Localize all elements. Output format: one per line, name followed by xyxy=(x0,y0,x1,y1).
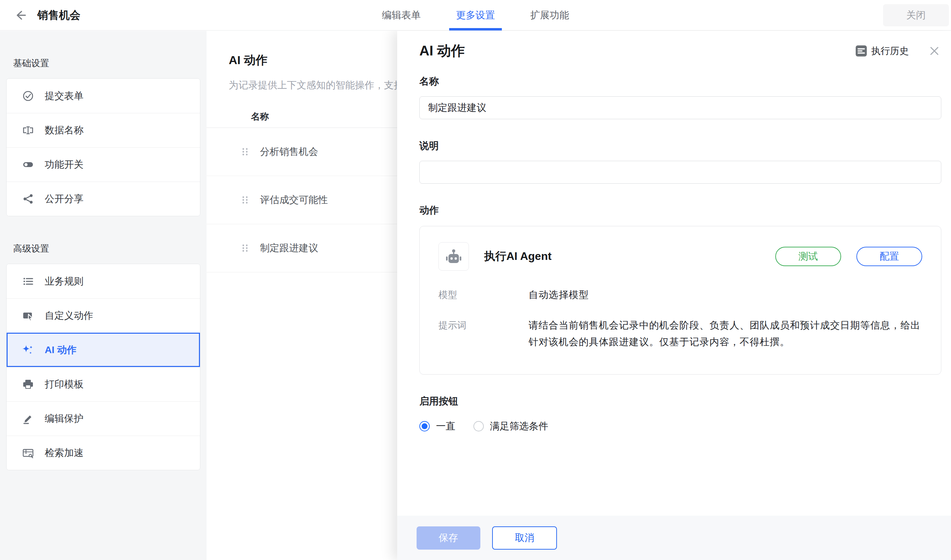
close-icon xyxy=(928,45,940,57)
sidebar-item-print-templates[interactable]: 打印模板 xyxy=(6,367,200,401)
back-button[interactable] xyxy=(13,8,28,23)
sidebar-item-ai-actions[interactable]: AI 动作 xyxy=(6,333,200,367)
drag-handle-icon[interactable] xyxy=(240,194,249,206)
test-button[interactable]: 测试 xyxy=(775,247,841,266)
sidebar-item-search-acceleration[interactable]: 检索加速 xyxy=(6,435,200,470)
list-icon xyxy=(22,275,34,288)
enable-options: 一直 满足筛选条件 xyxy=(419,420,941,433)
name-input[interactable] xyxy=(419,96,941,119)
toggle-icon xyxy=(22,158,34,171)
top-header: 销售机会 编辑表单 更多设置 扩展功能 关闭 xyxy=(0,0,951,31)
robot-icon-box xyxy=(439,242,469,271)
sidebar-item-feature-toggle[interactable]: 功能开关 xyxy=(6,147,200,182)
ai-action-edit-drawer: AI 动作 执行历史 名称 说明 动作 xyxy=(397,31,951,560)
action-row-name: 评估成交可能性 xyxy=(260,193,328,206)
save-button[interactable]: 保存 xyxy=(417,526,480,549)
sidebar-item-submit-form[interactable]: 提交表单 xyxy=(6,78,200,113)
drag-handle-icon[interactable] xyxy=(240,242,249,254)
radio-selected-icon[interactable] xyxy=(419,421,430,431)
action-card-title: 执行AI Agent xyxy=(484,249,775,264)
active-tab-underline xyxy=(449,28,502,31)
name-field-label: 名称 xyxy=(419,75,941,88)
drag-handle-icon[interactable] xyxy=(240,146,249,158)
tab-more-settings[interactable]: 更多设置 xyxy=(453,0,498,31)
action-section-label: 动作 xyxy=(419,204,941,217)
sidebar-item-edit-protection[interactable]: 编辑保护 xyxy=(6,401,200,435)
index-card-icon xyxy=(22,447,34,459)
radio-unselected-icon[interactable] xyxy=(473,421,484,431)
robot-icon xyxy=(444,246,464,266)
section-title-advanced: 高级设置 xyxy=(13,243,200,255)
drawer-title: AI 动作 xyxy=(419,41,856,60)
drawer-footer: 保存 取消 xyxy=(397,515,951,560)
cursor-click-icon xyxy=(22,309,34,322)
radio-option-always[interactable]: 一直 xyxy=(419,420,455,433)
sidebar-item-public-share[interactable]: 公开分享 xyxy=(6,182,200,216)
action-card: 执行AI Agent 测试 配置 模型 自动选择模型 提示词 请结合当前销售机会… xyxy=(419,226,941,375)
sidebar-item-custom-actions[interactable]: 自定义动作 xyxy=(6,298,200,333)
back-arrow-icon xyxy=(14,8,28,22)
printer-icon xyxy=(22,378,34,391)
history-log-icon xyxy=(856,45,867,57)
description-field-label: 说明 xyxy=(419,139,941,152)
app-window: 销售机会 编辑表单 更多设置 扩展功能 关闭 基础设置 提交表单 xyxy=(0,0,951,560)
sparkles-icon xyxy=(22,344,34,356)
model-value: 自动选择模型 xyxy=(529,286,589,303)
share-icon xyxy=(22,193,34,205)
config-button[interactable]: 配置 xyxy=(856,247,922,266)
model-label: 模型 xyxy=(439,286,529,303)
prompt-value: 请结合当前销售机会记录中的机会阶段、负责人、团队成员和预计成交日期等信息，给出针… xyxy=(529,317,922,350)
action-row-name: 制定跟进建议 xyxy=(260,242,318,255)
advanced-settings-card: 业务规则 自定义动作 AI 动作 打印模板 xyxy=(6,264,200,470)
tab-edit-form[interactable]: 编辑表单 xyxy=(379,0,423,31)
tab-extensions[interactable]: 扩展功能 xyxy=(528,0,572,31)
action-row-name: 分析销售机会 xyxy=(260,145,318,158)
sidebar-item-data-name[interactable]: 数据名称 xyxy=(6,113,200,147)
drawer-close-button[interactable] xyxy=(928,44,941,58)
pencil-icon xyxy=(22,412,34,425)
description-input[interactable] xyxy=(419,161,941,184)
radio-option-filter-condition[interactable]: 满足筛选条件 xyxy=(473,420,548,433)
history-label: 执行历史 xyxy=(871,45,909,57)
prompt-label: 提示词 xyxy=(439,317,529,350)
rename-icon xyxy=(22,124,34,137)
close-form-button[interactable]: 关闭 xyxy=(883,4,949,26)
check-circle-icon xyxy=(22,90,34,102)
section-title-basic: 基础设置 xyxy=(13,57,200,69)
basic-settings-card: 提交表单 数据名称 功能开关 公开分享 xyxy=(6,78,200,216)
enable-button-label: 启用按钮 xyxy=(419,395,941,408)
page-title: 销售机会 xyxy=(37,8,80,23)
execution-history-button[interactable]: 执行历史 xyxy=(856,45,909,57)
tab-bar: 编辑表单 更多设置 扩展功能 xyxy=(379,0,572,31)
cancel-button[interactable]: 取消 xyxy=(492,526,557,549)
sidebar-item-business-rules[interactable]: 业务规则 xyxy=(6,264,200,298)
settings-sidebar: 基础设置 提交表单 数据名称 功能开关 xyxy=(0,31,206,560)
